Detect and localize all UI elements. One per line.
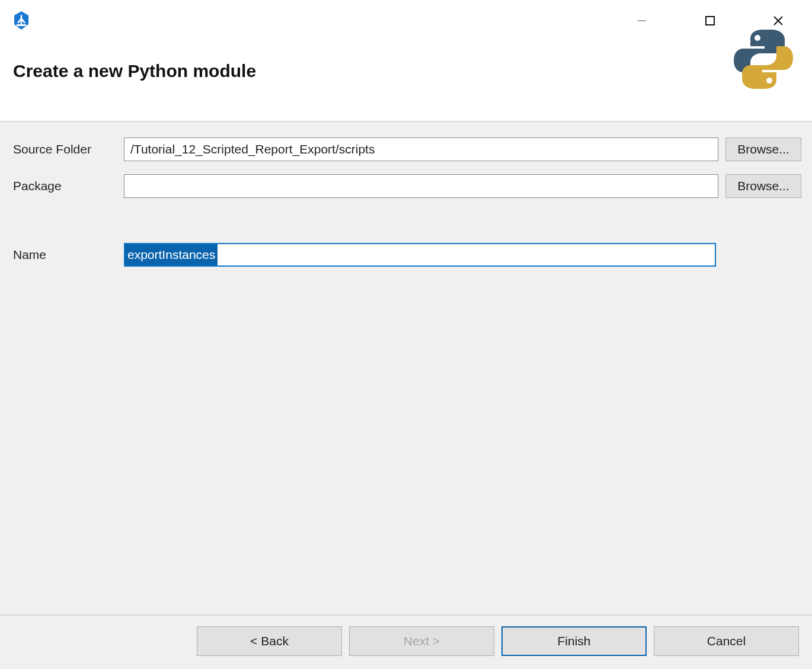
app-icon [11, 10, 32, 31]
name-input-selection: exportInstances [125, 244, 218, 265]
python-logo-icon [728, 24, 799, 95]
next-button: Next > [349, 626, 494, 656]
source-folder-input[interactable] [124, 137, 718, 161]
titlebar [0, 0, 812, 41]
source-folder-label: Source Folder [13, 142, 117, 156]
svg-point-5 [755, 35, 760, 41]
back-button[interactable]: < Back [197, 626, 342, 656]
svg-rect-0 [17, 24, 26, 26]
dialog-header: Create a new Python module [0, 41, 812, 122]
package-label: Package [13, 179, 117, 193]
name-row: Name exportInstances [13, 243, 801, 267]
name-label: Name [13, 248, 117, 262]
package-row: Package Browse... [13, 174, 801, 198]
svg-point-6 [766, 78, 772, 84]
package-browse-button[interactable]: Browse... [725, 174, 801, 198]
dialog-body: Source Folder Browse... Package Browse..… [0, 122, 812, 614]
source-folder-row: Source Folder Browse... [13, 137, 801, 161]
cancel-button[interactable]: Cancel [654, 626, 799, 656]
page-title: Create a new Python module [13, 61, 728, 81]
package-input[interactable] [124, 174, 718, 198]
finish-button[interactable]: Finish [501, 626, 647, 656]
svg-rect-2 [706, 17, 714, 25]
name-input[interactable]: exportInstances [124, 243, 716, 267]
dialog-footer: < Back Next > Finish Cancel [0, 614, 812, 669]
minimize-button[interactable] [608, 4, 676, 37]
source-folder-browse-button[interactable]: Browse... [725, 137, 801, 161]
